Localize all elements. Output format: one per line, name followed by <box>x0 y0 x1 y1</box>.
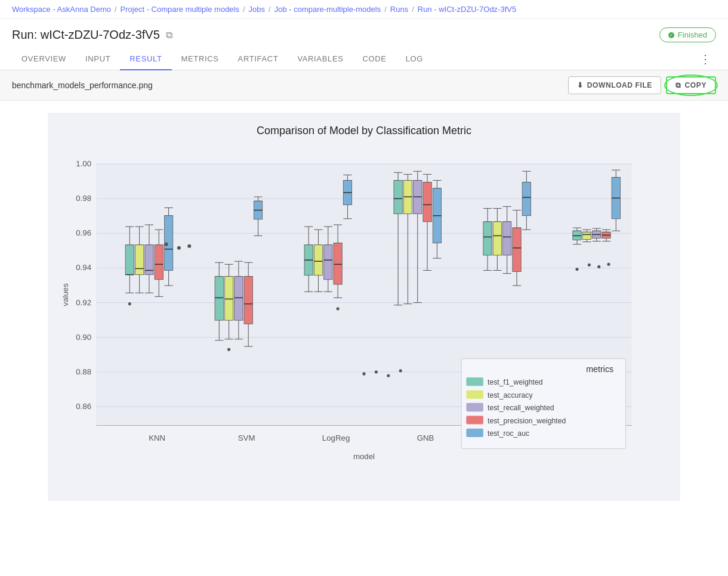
tab-log[interactable]: LOG <box>396 48 433 70</box>
svg-point-249 <box>187 244 191 247</box>
svg-rect-179 <box>493 221 501 255</box>
copy-label: COPY <box>685 81 707 89</box>
svg-point-76 <box>227 348 230 351</box>
svg-point-33 <box>128 302 131 305</box>
toolbar: benchmark_models_performance.png ⬇ DOWNL… <box>0 70 728 101</box>
svg-text:0.90: 0.90 <box>76 332 91 341</box>
breadcrumb: Workspace - AskAnna Demo / Project - Com… <box>0 0 728 19</box>
svg-rect-260 <box>466 428 483 436</box>
svg-rect-254 <box>466 390 483 398</box>
copy-icon: ⧉ <box>675 81 681 89</box>
status-dot-icon <box>668 32 674 38</box>
svg-rect-87 <box>244 276 252 324</box>
breadcrumb-project[interactable]: Project - Compare multiple models <box>121 5 239 14</box>
svg-rect-158 <box>423 182 431 221</box>
svg-rect-172 <box>483 221 492 255</box>
svg-text:0.94: 0.94 <box>76 263 91 272</box>
svg-text:test_roc_auc: test_roc_auc <box>488 429 529 437</box>
svg-text:model: model <box>353 451 375 460</box>
breadcrumb-jobs[interactable]: Jobs <box>249 5 265 14</box>
svg-point-247 <box>164 242 168 246</box>
svg-text:0.88: 0.88 <box>76 367 91 376</box>
svg-rect-29 <box>125 244 134 274</box>
svg-rect-200 <box>522 182 530 215</box>
svg-rect-122 <box>334 243 342 284</box>
svg-rect-252 <box>466 377 483 386</box>
tab-result[interactable]: RESULT <box>120 48 171 70</box>
svg-point-239 <box>362 372 365 375</box>
svg-text:values: values <box>61 283 70 306</box>
svg-rect-258 <box>466 416 483 424</box>
status-text: Finished <box>678 30 707 39</box>
svg-rect-51 <box>155 244 163 279</box>
svg-text:test_precision_weighted: test_precision_weighted <box>488 416 566 425</box>
svg-text:0.86: 0.86 <box>76 402 91 411</box>
tab-code[interactable]: CODE <box>353 48 396 70</box>
svg-point-244 <box>588 263 591 266</box>
svg-text:KNN: KNN <box>149 433 165 442</box>
svg-text:0.92: 0.92 <box>76 298 91 306</box>
breadcrumb-sep-4: / <box>384 5 387 14</box>
svg-point-240 <box>375 370 378 373</box>
svg-rect-137 <box>394 180 402 213</box>
svg-point-242 <box>399 369 402 372</box>
download-file-button[interactable]: ⬇ DOWNLOAD FILE <box>568 76 661 94</box>
svg-point-248 <box>177 246 181 249</box>
svg-rect-186 <box>503 221 511 255</box>
breadcrumb-sep-2: / <box>243 5 245 14</box>
download-label: DOWNLOAD FILE <box>587 81 652 89</box>
svg-point-126 <box>337 307 340 310</box>
svg-text:metrics: metrics <box>586 364 613 373</box>
more-options-icon[interactable]: ⋮ <box>695 49 716 69</box>
svg-point-246 <box>607 262 610 265</box>
svg-rect-115 <box>324 244 332 279</box>
svg-rect-256 <box>466 402 483 411</box>
svg-rect-65 <box>215 276 223 320</box>
svg-point-243 <box>575 267 578 270</box>
tab-artifact[interactable]: ARTIFACT <box>229 48 288 70</box>
svg-rect-80 <box>235 276 243 320</box>
svg-text:0.98: 0.98 <box>76 194 91 203</box>
tabs-row: OVERVIEW INPUT RESULT METRICS ARTIFACT V… <box>0 48 728 70</box>
svg-text:0.96: 0.96 <box>76 228 91 237</box>
tab-overview[interactable]: OVERVIEW <box>12 48 76 70</box>
download-icon: ⬇ <box>577 81 584 89</box>
breadcrumb-sep-3: / <box>269 5 271 14</box>
file-name: benchmark_models_performance.png <box>12 80 153 90</box>
breadcrumb-runs[interactable]: Runs <box>390 5 408 14</box>
svg-rect-193 <box>513 228 521 271</box>
svg-rect-108 <box>314 244 322 275</box>
svg-text:test_accuracy: test_accuracy <box>488 391 533 399</box>
svg-text:test_f1_weighted: test_f1_weighted <box>488 378 543 386</box>
breadcrumb-sep-5: / <box>412 5 414 14</box>
copy-run-id-icon[interactable]: ⧉ <box>166 30 172 41</box>
svg-text:SVM: SVM <box>238 433 255 442</box>
svg-point-241 <box>387 374 390 377</box>
status-badge: Finished <box>659 27 716 42</box>
svg-rect-214 <box>582 232 591 239</box>
breadcrumb-run[interactable]: Run - wICt-zDZU-7Odz-3fV5 <box>418 5 516 14</box>
svg-rect-72 <box>224 276 233 320</box>
chart-area: Comparison of Model by Classification Me… <box>0 101 728 507</box>
chart-container: Comparison of Model by Classification Me… <box>48 113 680 501</box>
svg-text:GNB: GNB <box>417 433 434 442</box>
run-title: Run: wICt-zDZU-7Odz-3fV5 ⧉ <box>12 28 172 42</box>
chart-title: Comparison of Model by Classification Me… <box>60 125 668 137</box>
tab-metrics[interactable]: METRICS <box>172 48 229 70</box>
tab-input[interactable]: INPUT <box>76 48 120 70</box>
tab-variables[interactable]: VARIABLES <box>288 48 353 70</box>
header: Run: wICt-zDZU-7Odz-3fV5 ⧉ Finished <box>0 19 728 48</box>
svg-text:1.00: 1.00 <box>76 159 91 168</box>
breadcrumb-workspace[interactable]: Workspace - AskAnna Demo <box>12 5 111 14</box>
chart-svg: 1.00 0.98 0.96 0.94 0.92 0.90 0.88 0.86 … <box>60 149 668 483</box>
svg-rect-37 <box>135 244 143 274</box>
toolbar-buttons: ⬇ DOWNLOAD FILE ⧉ COPY <box>568 76 716 94</box>
copy-button[interactable]: ⧉ COPY <box>666 76 716 94</box>
svg-text:test_recall_weighted: test_recall_weighted <box>488 404 554 412</box>
breadcrumb-sep-1: / <box>115 5 117 14</box>
svg-point-245 <box>597 265 600 268</box>
svg-text:LogReg: LogReg <box>322 433 350 442</box>
breadcrumb-job[interactable]: Job - compare-multiple-models <box>274 5 381 14</box>
run-id-text: Run: wICt-zDZU-7Odz-3fV5 <box>12 28 160 42</box>
